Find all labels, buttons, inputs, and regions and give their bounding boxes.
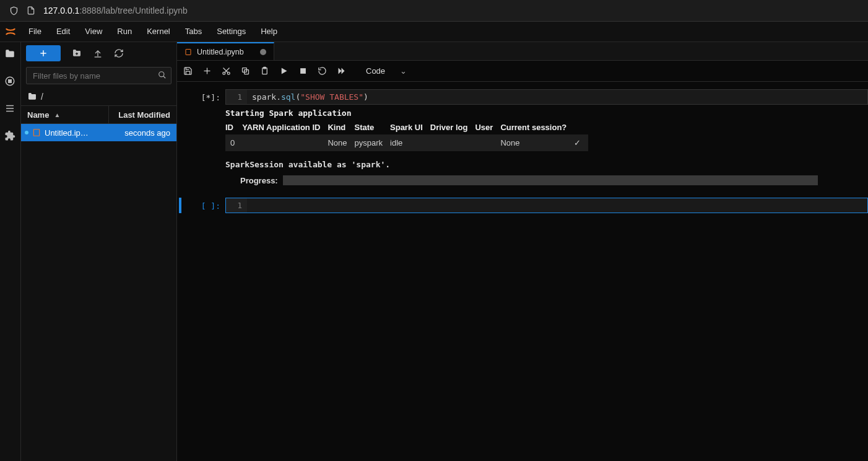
- save-icon[interactable]: [183, 66, 193, 76]
- file-modified: seconds ago: [124, 128, 176, 138]
- code-cell[interactable]: [*]: 1 spark.sql("SHOW TABLES") Starting…: [177, 89, 868, 191]
- code-input[interactable]: 1: [225, 198, 868, 213]
- filter-row: [21, 64, 176, 88]
- output-text: SparkSession available as 'spark'.: [225, 160, 868, 169]
- breadcrumb[interactable]: /: [21, 88, 176, 105]
- svg-rect-11: [186, 49, 191, 55]
- main-area: / Name ▲ Last Modified Untitled.ip… seco…: [0, 42, 868, 461]
- code-cell[interactable]: [ ]: 1: [177, 198, 868, 213]
- copy-icon[interactable]: [241, 66, 250, 76]
- document-tabstrip: Untitled.ipynb: [177, 42, 868, 61]
- url-path: /lab/tree/Untitled.ipynb: [101, 6, 187, 15]
- code-input[interactable]: 1 spark.sql("SHOW TABLES"): [225, 89, 868, 105]
- folder-icon: [27, 92, 37, 102]
- cut-icon[interactable]: [222, 66, 231, 76]
- spark-application-table: ID YARN Application ID Kind State Spark …: [225, 120, 588, 151]
- svg-marker-22: [282, 68, 287, 74]
- menu-help[interactable]: Help: [253, 21, 285, 42]
- check-icon: ✓: [574, 134, 588, 151]
- browser-address-bar: 127.0.0.1:8888/lab/tree/Untitled.ipynb: [0, 0, 868, 21]
- menu-view[interactable]: View: [77, 21, 110, 42]
- extensions-icon[interactable]: [4, 130, 17, 143]
- page-icon: [26, 6, 36, 15]
- new-launcher-button[interactable]: [26, 45, 61, 61]
- shield-icon: [9, 6, 19, 15]
- menu-run[interactable]: Run: [110, 21, 139, 42]
- jupyter-logo[interactable]: [0, 25, 21, 38]
- cell-output: Starting Spark application ID YARN Appli…: [225, 105, 868, 191]
- progress-label: Progress:: [240, 176, 278, 185]
- url[interactable]: 127.0.0.1:8888/lab/tree/Untitled.ipynb: [43, 6, 188, 15]
- progress-row: Progress:: [225, 175, 868, 185]
- svg-marker-25: [342, 68, 345, 74]
- restart-icon[interactable]: [318, 66, 327, 76]
- svg-point-8: [159, 72, 164, 77]
- notebook-area: Untitled.ipynb Code ⌄ [*]:: [177, 42, 868, 461]
- cell-prompt: [ ]:: [183, 198, 225, 213]
- running-dot-icon: [25, 131, 28, 134]
- col-name[interactable]: Name ▲: [21, 110, 108, 120]
- output-text: Starting Spark application: [225, 108, 868, 118]
- chevron-down-icon: ⌄: [400, 66, 407, 76]
- dirty-indicator-icon: [260, 49, 266, 55]
- tab-untitled[interactable]: Untitled.ipynb: [177, 42, 274, 60]
- menu-edit[interactable]: Edit: [49, 21, 77, 42]
- table-row: 0 None pyspark idle None ✓: [225, 134, 588, 151]
- new-folder-icon[interactable]: [72, 48, 82, 58]
- refresh-icon[interactable]: [114, 48, 124, 58]
- file-list-header: Name ▲ Last Modified: [21, 105, 176, 124]
- menu-settings[interactable]: Settings: [209, 21, 253, 42]
- upload-icon[interactable]: [93, 48, 103, 58]
- notebook-icon: [32, 128, 41, 137]
- file-browser-panel: / Name ▲ Last Modified Untitled.ip… seco…: [21, 42, 177, 461]
- interrupt-icon[interactable]: [298, 66, 308, 76]
- toc-icon[interactable]: [4, 103, 17, 115]
- menu-tabs[interactable]: Tabs: [178, 21, 209, 42]
- code-line[interactable]: [247, 198, 867, 213]
- table-header-row: ID YARN Application ID Kind State Spark …: [225, 120, 588, 134]
- cell-gutter: [177, 89, 183, 191]
- cell-gutter: [179, 198, 181, 213]
- notebook-toolbar: Code ⌄: [177, 61, 868, 82]
- cell-type-select[interactable]: Code ⌄: [361, 64, 412, 77]
- cell-type-label: Code: [366, 66, 385, 76]
- insert-cell-icon[interactable]: [202, 66, 212, 76]
- file-name: Untitled.ip…: [45, 128, 124, 138]
- tab-title: Untitled.ipynb: [197, 48, 244, 56]
- paste-icon[interactable]: [260, 66, 269, 76]
- cell-prompt: [*]:: [183, 89, 225, 191]
- running-icon[interactable]: [4, 76, 17, 88]
- sort-caret-icon: ▲: [54, 112, 60, 118]
- line-number: 1: [226, 90, 247, 104]
- menu-bar: File Edit View Run Kernel Tabs Settings …: [21, 21, 285, 42]
- notebook-body[interactable]: [*]: 1 spark.sql("SHOW TABLES") Starting…: [177, 82, 868, 461]
- folder-icon[interactable]: [4, 48, 17, 61]
- svg-rect-1: [8, 80, 11, 83]
- svg-rect-10: [33, 130, 39, 136]
- line-number: 1: [226, 198, 247, 213]
- notebook-icon: [184, 48, 192, 56]
- restart-run-all-icon[interactable]: [337, 66, 346, 76]
- svg-marker-24: [339, 68, 342, 74]
- col-modified[interactable]: Last Modified: [108, 106, 176, 123]
- svg-line-9: [163, 76, 166, 79]
- app-top-bar: File Edit View Run Kernel Tabs Settings …: [0, 21, 868, 42]
- file-toolbar: [21, 42, 176, 64]
- menu-kernel[interactable]: Kernel: [139, 21, 178, 42]
- file-row[interactable]: Untitled.ip… seconds ago: [21, 124, 176, 141]
- progress-bar: [283, 175, 818, 185]
- breadcrumb-root[interactable]: /: [41, 92, 43, 102]
- run-icon[interactable]: [279, 66, 289, 76]
- search-icon: [158, 71, 167, 79]
- url-host: 127.0.0.1: [43, 6, 79, 15]
- code-line[interactable]: spark.sql("SHOW TABLES"): [247, 90, 867, 104]
- menu-file[interactable]: File: [21, 21, 49, 42]
- activity-bar: [0, 42, 21, 461]
- url-port: :8888: [79, 6, 101, 15]
- svg-rect-23: [300, 68, 306, 74]
- file-filter-input[interactable]: [26, 67, 171, 84]
